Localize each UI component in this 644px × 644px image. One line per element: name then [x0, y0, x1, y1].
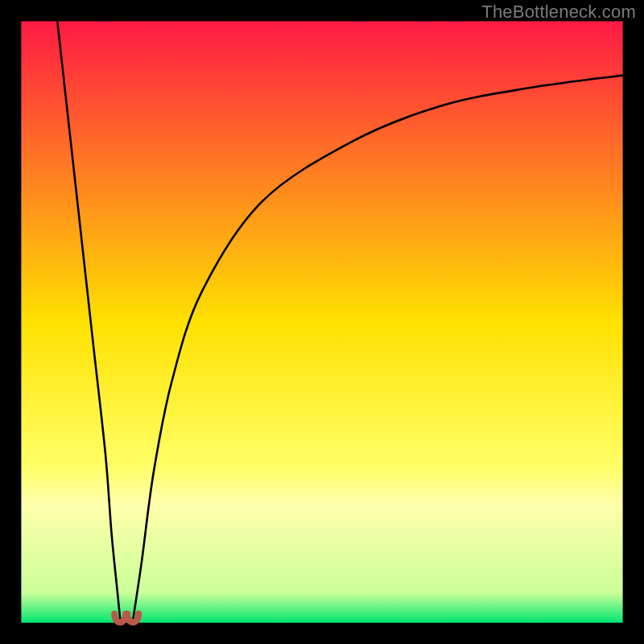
chart-canvas: TheBottleneck.com [0, 0, 644, 644]
watermark-text: TheBottleneck.com [481, 2, 636, 23]
bottleneck-chart [0, 0, 644, 644]
